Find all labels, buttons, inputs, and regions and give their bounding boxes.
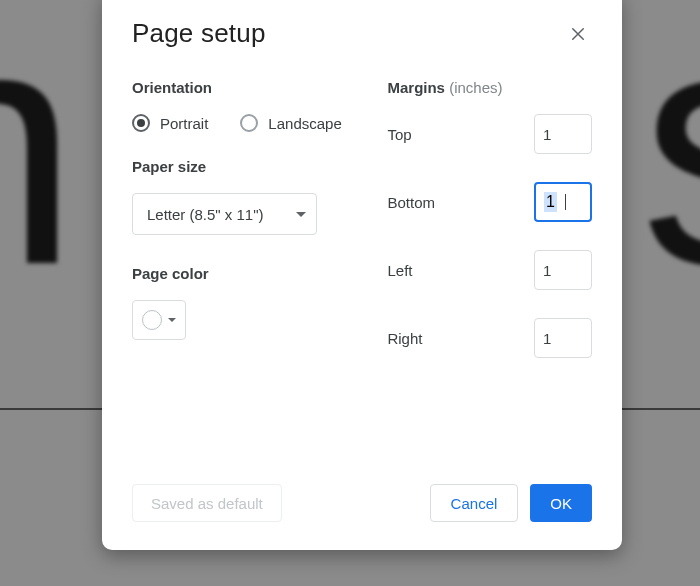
margin-bottom-value: 1 [544,192,557,212]
margins-label: Margins (inches) [387,79,592,96]
margin-left-field[interactable] [543,262,583,279]
background-glyph-right: s [640,0,700,341]
background-glyph-left: n [0,0,79,341]
margin-top-field[interactable] [543,126,583,143]
margin-bottom-label: Bottom [387,194,435,211]
page-color-swatch [142,310,162,330]
radio-icon-unchecked [240,114,258,132]
orientation-label: Orientation [132,79,377,96]
page-setup-dialog: Page setup Orientation Portrait Landscap… [102,0,622,550]
margin-right-label: Right [387,330,422,347]
page-color-picker[interactable] [132,300,186,340]
page-color-label: Page color [132,265,377,282]
margins-label-text: Margins [387,79,445,96]
caret-down-icon [296,212,306,217]
margin-left-label: Left [387,262,412,279]
saved-as-default-button[interactable]: Saved as default [132,484,282,522]
cancel-button[interactable]: Cancel [430,484,519,522]
margins-hint: (inches) [449,79,502,96]
orientation-landscape-radio[interactable]: Landscape [240,114,341,132]
orientation-portrait-radio[interactable]: Portrait [132,114,208,132]
orientation-landscape-label: Landscape [268,115,341,132]
paper-size-label: Paper size [132,158,377,175]
close-icon [569,25,587,43]
paper-size-dropdown[interactable]: Letter (8.5" x 11") [132,193,317,235]
margin-right-field[interactable] [543,330,583,347]
dialog-title: Page setup [132,18,266,49]
margin-bottom-input[interactable]: 1 [534,182,592,222]
text-cursor-icon [565,194,566,210]
caret-down-icon [168,318,176,322]
margin-top-label: Top [387,126,411,143]
close-button[interactable] [564,20,592,48]
margin-left-input[interactable] [534,250,592,290]
paper-size-value: Letter (8.5" x 11") [147,206,264,223]
orientation-portrait-label: Portrait [160,115,208,132]
ok-button[interactable]: OK [530,484,592,522]
radio-icon-checked [132,114,150,132]
margin-top-input[interactable] [534,114,592,154]
margin-right-input[interactable] [534,318,592,358]
